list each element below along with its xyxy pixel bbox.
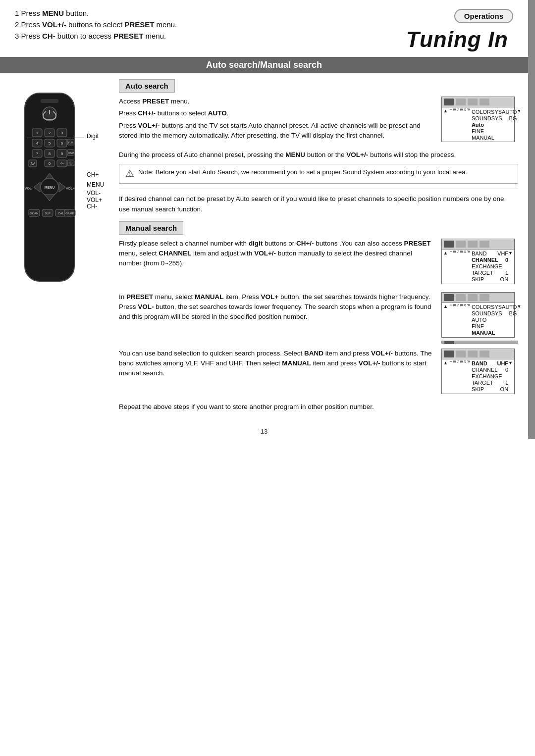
manual-screen3: ▲ PRESET COLORSYSAUTO SOUNDSYSBG AUTO FI… [441,292,518,344]
tv-screen-manual2: ▲ PRESET COLORSYSAUTO SOUNDSYSBG AUTO FI… [441,292,515,338]
svg-text:8: 8 [49,151,51,156]
svg-text:SLP: SLP [45,212,50,215]
svg-text:2: 2 [49,131,51,135]
digit-label: Digit [87,133,99,140]
manual-text3: You can use band selection to quicken se… [119,349,435,381]
tv-row-band: BANDVHF [472,251,508,257]
svg-text:1: 1 [36,131,39,135]
ch-plus-label: CH+ [87,171,99,178]
tv-screen-manual1: ▲ PRESET BANDVHF CHANNEL0 EXCHANGE TARGE… [441,239,515,284]
tv-data-col: COLORSYSAUTO SOUNDSYSBG Auto FINE MANUAL [472,108,517,141]
svg-text:MENU: MENU [45,186,55,189]
note-text: Note: Before you start Auto Search, we r… [138,168,467,176]
svg-text:AV: AV [31,162,35,165]
tv-icon-m6 [456,294,466,301]
preset-letters4: PRESET [449,360,470,393]
tv-arrow-up3: ▲ [443,304,448,336]
svg-text:GAME: GAME [65,212,74,215]
tv-row-channel2: CHANNEL0 [472,367,508,373]
tv-row-band2: BANDUHF [472,360,508,367]
svg-text:DSP: DSP [68,151,74,154]
tv-arrow-down3: ▼ [517,304,521,336]
ch-minus-label: CH- [87,203,97,210]
tv-row-skip2: SKIPON [472,386,508,393]
right-border [528,0,535,439]
svg-text:-/--: -/-- [60,161,65,165]
tv-row-fine: FINE [472,128,517,134]
tv-icon-m7 [468,294,478,301]
tv-row-exchange: EXCHANGE [472,263,508,270]
svg-text:4: 4 [36,141,39,146]
intertext: If desired channel can not be preset by … [119,194,518,214]
vol-labels: VOL- VOL+ [87,190,102,203]
svg-text:3: 3 [61,131,63,135]
instructions: 1 Press MENU button. 2 Press VOL+/- butt… [15,9,406,43]
slider-thumb [444,341,454,344]
manual-text1: Firstly please select a channel number w… [119,239,435,271]
tv-row-auto: Auto [472,121,517,128]
tv-row-target: TARGET1 [472,270,508,276]
tv-row-manual: MANUAL [472,134,517,141]
manual-para2: In PRESET menu, select MANUAL item. Pres… [119,292,435,322]
tv-icon2 [456,99,466,105]
menu-label: MENU [87,181,104,188]
remote-area: 1 2 3 4 5 6 P.M [0,73,114,419]
svg-text:P.M: P.M [68,141,73,144]
tv-row-channel: CHANNEL0 [472,257,508,263]
section-banner: Auto search/Manual search [0,57,528,73]
top-right: Operations Tuning In [406,9,513,52]
svg-text:VOL-: VOL- [25,187,33,190]
svg-text:7: 7 [36,151,39,156]
page-title: Tuning In [406,27,508,52]
tv-icon-m3 [468,241,478,248]
page-number: 13 [261,428,268,435]
manual-screen4: ▲ PRESET BANDUHF CHANNEL0 EXCHANGE TARGE… [441,349,518,397]
auto-para2: Press CH+/- buttons to select AUTO. [119,108,435,118]
tv-arrow-up2: ▲ [443,251,448,283]
auto-search-content-row: Access PRESET menu. Press CH+/- buttons … [119,97,518,145]
auto-search-screen1: ▲ PRESET COLORSYSAUTO SOUNDSYSBG Auto FI… [441,97,518,145]
tv-data-col4: BANDUHF CHANNEL0 EXCHANGE TARGET1 SKIPON [472,360,508,393]
manual-search-row1: Firstly please select a channel number w… [119,239,518,287]
manual-para1: Firstly please select a channel number w… [119,239,435,269]
manual-search-row2: In PRESET menu, select MANUAL item. Pres… [119,292,518,344]
manual-search-section: Manual search Firstly please select a ch… [119,221,518,412]
tv-icon-m10 [456,351,466,357]
auto-search-section: Auto search Access PRESET menu. Press CH… [119,79,518,214]
tv-row-exchange2: EXCHANGE [472,373,508,380]
tv-row-skip: SKIPON [472,276,508,283]
tv-row-colorsys: COLORSYSAUTO [472,108,517,115]
tv-row-colorsys2: COLORSYSAUTO [472,304,517,310]
tv-arrow-up: ▲ [443,108,448,141]
tv-icon-m5 [444,294,454,301]
auto-search-text: Access PRESET menu. Press CH+/- buttons … [119,97,435,143]
tv-row-manual2: MANUAL [472,330,517,336]
auto-para4: During the process of Auto channel prese… [119,150,518,160]
operations-badge: Operations [454,9,513,23]
tv-arrow-down4: ▼ [508,360,513,393]
tv-icon-m1 [444,241,454,248]
tv-icon-m12 [480,351,489,357]
tv-row-soundsys: SOUNDSYSBG [472,115,517,121]
manual-search-row3: You can use band selection to quicken se… [119,349,518,397]
tv-row-fine2: FINE [472,323,517,330]
svg-text:5: 5 [49,141,51,146]
auto-para3: Press VOL+/- buttons and the TV set star… [119,121,435,141]
svg-text:6: 6 [61,141,63,146]
content-area: Auto search Access PRESET menu. Press CH… [114,73,528,419]
tv-arrow-up4: ▲ [443,360,448,393]
tv-row-auto2: AUTO [472,317,517,323]
step2: 2 Press VOL+/- buttons to select PRESET … [15,20,406,29]
note-box: ⚠ Note: Before you start Auto Search, we… [119,164,518,184]
tv-screen-auto: ▲ PRESET COLORSYSAUTO SOUNDSYSBG Auto FI… [441,97,515,142]
page-footer: 13 [0,419,528,439]
preset-letters3: PRESET [449,304,470,336]
manual-text2: In PRESET menu, select MANUAL item. Pres… [119,292,435,324]
svg-text:⊟: ⊟ [69,161,73,165]
header: 1 Press MENU button. 2 Press VOL+/- butt… [0,0,528,52]
manual-search-header: Manual search [119,221,183,235]
manual-para4: Repeat the above steps if you want to st… [119,402,518,412]
preset-letters2: PRESET [449,251,470,283]
slider-bar [441,341,518,344]
auto-search-header: Auto search [119,79,175,93]
